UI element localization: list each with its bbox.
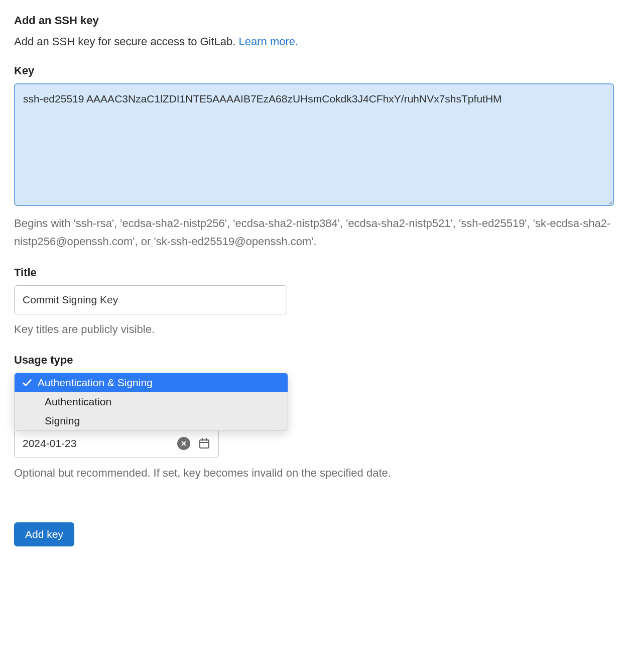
- calendar-icon: [198, 437, 210, 450]
- key-field-group: Key ssh-ed25519 AAAAC3NzaC1lZDI1NTE5AAAA…: [14, 64, 614, 251]
- close-icon: [177, 437, 190, 450]
- key-label: Key: [14, 64, 614, 77]
- key-hint: Begins with 'ssh-rsa', 'ecdsa-sha2-nistp…: [14, 214, 614, 251]
- dropdown-option-label: Authentication & Signing: [38, 377, 153, 389]
- expiration-date-input-wrapper[interactable]: [14, 429, 219, 458]
- usage-type-field-group: Usage type Authentication & Signing Auth…: [14, 354, 614, 482]
- learn-more-link[interactable]: Learn more.: [239, 35, 299, 48]
- check-icon: [22, 377, 33, 388]
- usage-type-option-auth[interactable]: Authentication: [15, 392, 288, 411]
- dropdown-option-label: Authentication: [45, 396, 111, 408]
- title-field-group: Title Key titles are publicly visible.: [14, 266, 614, 339]
- description-text: Add an SSH key for secure access to GitL…: [14, 35, 239, 48]
- date-icons: [177, 437, 210, 450]
- title-label: Title: [14, 266, 614, 279]
- expiration-date-input[interactable]: [23, 437, 177, 450]
- svg-rect-2: [200, 440, 209, 448]
- page-description: Add an SSH key for secure access to GitL…: [14, 35, 614, 48]
- title-hint: Key titles are publicly visible.: [14, 320, 614, 339]
- dropdown-option-label: Signing: [45, 415, 80, 427]
- usage-type-option-signing[interactable]: Signing: [15, 411, 288, 430]
- key-textarea[interactable]: ssh-ed25519 AAAAC3NzaC1lZDI1NTE5AAAAIB7E…: [14, 83, 614, 206]
- title-input[interactable]: [14, 285, 287, 314]
- clear-date-button[interactable]: [177, 437, 190, 450]
- expiration-field-group: Optional but recommended. If set, key be…: [14, 429, 614, 482]
- add-key-button[interactable]: Add key: [14, 522, 74, 546]
- usage-type-option-auth-signing[interactable]: Authentication & Signing: [15, 373, 288, 392]
- calendar-button[interactable]: [198, 437, 210, 450]
- usage-type-label: Usage type: [14, 354, 614, 367]
- usage-type-dropdown-menu: Authentication & Signing Authentication …: [14, 373, 288, 431]
- page-title: Add an SSH key: [14, 14, 614, 27]
- expiration-hint: Optional but recommended. If set, key be…: [14, 464, 614, 482]
